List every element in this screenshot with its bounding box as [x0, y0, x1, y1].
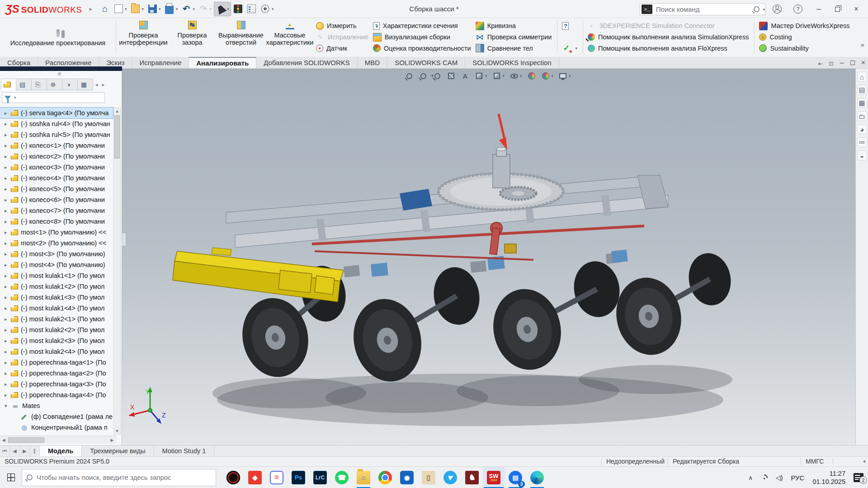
dropdown-arrow-icon[interactable]: ▾ [485, 74, 487, 78]
ribbon-large-button[interactable]: Массовые характеристики [265, 19, 314, 56]
expand-arrow-icon[interactable]: ▸ [5, 305, 11, 311]
tabs-first-icon[interactable]: ⏮ [0, 446, 10, 456]
expand-arrow-icon[interactable]: ▸ [5, 208, 11, 214]
expand-arrow-icon[interactable]: ▸ [5, 392, 11, 398]
quickbar-button[interactable]: ▾ [232, 2, 245, 16]
expand-arrow-icon[interactable]: ▸ [5, 262, 11, 268]
taskbar-app-button[interactable] [526, 467, 548, 488]
tree-item[interactable]: ▸ (-) most kulak2<4> (По умол [0, 346, 113, 357]
expand-arrow-icon[interactable]: ▸ [5, 240, 11, 246]
taskbar-app-button[interactable] [244, 467, 266, 488]
hud-button[interactable]: ▾ [526, 70, 537, 81]
dropdown-arrow-icon[interactable]: ▾ [159, 7, 161, 11]
status-collapse-icon[interactable]: ◂ [863, 458, 865, 464]
ribbon-large-button[interactable]: Проверка зазора [168, 19, 217, 56]
ribbon-item[interactable]: Sustainability [759, 42, 849, 54]
taskbar-app-button[interactable] [374, 467, 396, 488]
expand-arrow-icon[interactable]: ▸ [5, 381, 11, 387]
expand-arrow-icon[interactable]: ▸ [5, 327, 11, 333]
tree-item[interactable]: ▸ most<1> (По умолчанию) << [0, 227, 113, 238]
panel-splitter-dot[interactable] [58, 72, 61, 75]
filter-dropdown-icon[interactable]: ▾ [14, 95, 16, 100]
scrollbar-thumb[interactable] [8, 437, 44, 443]
clock[interactable]: 11:27 01.10.2025 [812, 469, 845, 486]
ribbon-icon-button[interactable]: ▾ [562, 42, 577, 54]
taskbar-app-button[interactable] [461, 467, 483, 488]
minimize-button[interactable]: – [814, 5, 823, 13]
tree-item[interactable]: ▸ (-) poperechnaa-taga<2> (По [0, 368, 113, 379]
tree-item[interactable]: ▸ (-) soshka rul<5> (По умолчан [0, 129, 113, 140]
feature-manager-tab[interactable]: ⎘ [32, 79, 47, 90]
task-pane-icon[interactable]: ≔ [857, 137, 867, 147]
quickbar-button[interactable]: ▾ [129, 2, 146, 16]
taskbar-app-button[interactable]: 3 [505, 467, 526, 488]
tree-item[interactable]: ▸ (-) most kulak1<3> (По умол [0, 292, 113, 303]
expand-arrow-icon[interactable]: ▸ [5, 219, 11, 225]
pane-collapse-icon[interactable]: ⇤ [818, 61, 823, 65]
expand-arrow-icon[interactable]: ▸ [5, 284, 11, 290]
quickbar-button[interactable]: ▾ [197, 2, 213, 16]
ribbon-item[interactable]: Сравнение тел [476, 42, 552, 54]
expand-arrow-icon[interactable]: ▸ [5, 197, 11, 203]
tree-item[interactable]: ▸ (-) poperechnaa-taga<3> (По [0, 379, 113, 389]
dropdown-arrow-icon[interactable]: ▾ [569, 74, 571, 78]
doc-minimize-button[interactable]: – [840, 59, 844, 67]
tree-item[interactable]: ▸ (-) most kulak1<1> (По умол [0, 270, 113, 281]
task-pane-icon[interactable]: ◕ [857, 124, 867, 134]
command-tab[interactable]: Исправление [132, 57, 189, 68]
tree-item[interactable]: ▸ (-) most<3> (По умолчанию) [0, 249, 113, 259]
command-search-box[interactable]: >_ ▾ [640, 3, 765, 15]
scroll-up-icon[interactable]: ▲ [114, 108, 120, 114]
dropdown-arrow-icon[interactable]: ▾ [176, 7, 178, 11]
tree-item[interactable]: ▸ (-) most kulak1<2> (По умол [0, 281, 113, 292]
ribbon-item[interactable]: Датчик [316, 42, 368, 54]
expand-arrow-icon[interactable]: ▸ [5, 230, 11, 235]
expand-arrow-icon[interactable]: ▸ [5, 349, 11, 355]
tree-filter-box[interactable]: ▾ [2, 92, 105, 103]
ribbon-item[interactable]: Кривизна [476, 20, 552, 32]
dropdown-arrow-icon[interactable]: ▾ [272, 7, 274, 11]
doc-restore-button[interactable] [850, 61, 855, 65]
tree-item[interactable]: Концентричный1 (рама п [0, 422, 113, 433]
notification-center-icon[interactable]: 2 [854, 473, 863, 482]
tabs-prev-icon[interactable]: ◀ [10, 446, 20, 456]
scroll-left-icon[interactable]: ◀ [0, 438, 7, 442]
dropdown-arrow-icon[interactable]: ▾ [193, 7, 195, 11]
expand-arrow-icon[interactable]: ▸ [5, 110, 11, 116]
start-button[interactable] [0, 467, 22, 488]
tree-vertical-scrollbar[interactable]: ▲ ▼ [113, 108, 121, 435]
hud-button[interactable]: ▾ [509, 70, 523, 81]
restore-button[interactable] [835, 7, 840, 12]
scroll-down-icon[interactable]: ▼ [114, 428, 120, 434]
search-icon[interactable] [754, 6, 760, 12]
ribbon-item[interactable]: Помощник выполнения анализа FloXpress [588, 42, 749, 54]
command-tab[interactable]: Добавления SOLIDWORKS [256, 57, 358, 68]
expand-arrow-icon[interactable]: ▸ [5, 360, 11, 366]
hidden-icons-chevron-icon[interactable]: ∧ [748, 474, 753, 481]
taskbar-search-box[interactable] [22, 469, 216, 486]
ribbon-overflow-chevron[interactable]: » [861, 41, 864, 48]
close-button[interactable]: × [852, 5, 861, 13]
ribbon-item[interactable]: Характеристики сечения [373, 20, 471, 32]
expand-arrow-icon[interactable]: ▾ [5, 403, 11, 409]
tree-item[interactable]: ▸ (-) serva tiaga<4> (По умолча [0, 108, 113, 118]
tree-item[interactable]: ▸ (-) колесо<2> (По умолчани [0, 151, 113, 162]
task-pane-icon[interactable]: 🗀 [857, 111, 867, 121]
menu-expander-icon[interactable]: ▸ [90, 5, 93, 12]
expand-arrow-icon[interactable]: ▸ [5, 121, 11, 127]
expand-arrow-icon[interactable]: ▸ [5, 132, 11, 138]
quickbar-button[interactable]: ▾ [163, 2, 179, 16]
ribbon-item[interactable]: Проверка симметрии [476, 32, 552, 43]
quickbar-button[interactable]: ▾ [259, 2, 275, 16]
dropdown-arrow-icon[interactable]: ▾ [210, 7, 212, 11]
wifi-icon[interactable] [760, 473, 769, 482]
expand-arrow-icon[interactable]: ▸ [5, 164, 11, 170]
search-dropdown-icon[interactable]: ▾ [763, 7, 765, 12]
tree-item[interactable]: ▸ (-) колесо<8> (По умолчани [0, 216, 113, 227]
panel-splitter-grip[interactable] [122, 233, 126, 246]
quickbar-button[interactable]: ▾ [214, 2, 231, 16]
ribbon-item[interactable]: Оценка производительности [373, 42, 471, 54]
expand-arrow-icon[interactable]: ▸ [5, 295, 11, 300]
task-pane-icon[interactable]: ▤ [857, 85, 867, 95]
tree-item[interactable]: ▸ (-) колесо<6> (По умолчани [0, 194, 113, 205]
